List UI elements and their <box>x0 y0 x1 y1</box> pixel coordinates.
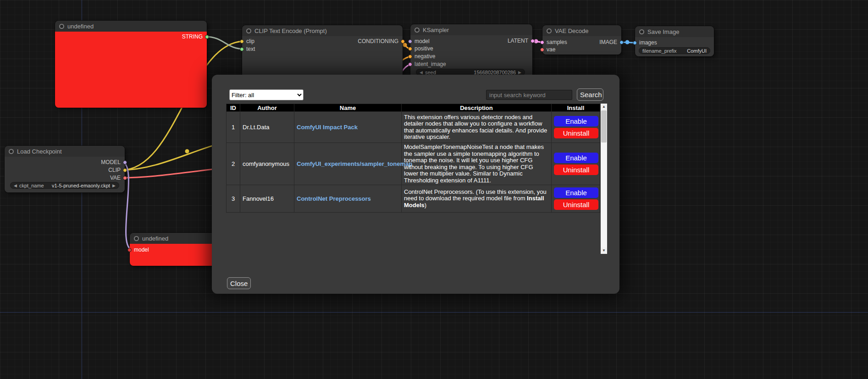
scrollbar-thumb[interactable] <box>601 110 607 143</box>
node-ksampler[interactable]: KSampler model positive negative latent_… <box>410 24 532 79</box>
node-title: KSampler <box>423 27 449 33</box>
node-undefined-top[interactable]: undefined STRING <box>55 21 207 108</box>
wire-string-to-text-input <box>205 37 244 49</box>
vae-input-slot[interactable] <box>540 48 544 52</box>
row-description: ModelSamplerTonemapNoiseTest a node that… <box>402 143 552 185</box>
node-collapse-dot[interactable] <box>547 28 552 33</box>
uninstall-button[interactable]: Uninstall <box>554 199 598 210</box>
ckpt-increment-arrow[interactable]: ▶ <box>112 183 116 188</box>
uninstall-button[interactable]: Uninstall <box>554 128 598 138</box>
samples-input-slot[interactable] <box>540 40 544 44</box>
table-row: 1 Dr.Lt.Data ComfyUI Impact Pack This ex… <box>227 112 600 143</box>
search-button[interactable]: Search <box>577 88 603 101</box>
ckpt-name-widget[interactable]: ◀ ckpt_name v1-5-pruned-emaonly.ckpt ▶ <box>10 182 119 189</box>
latent-output-slot[interactable] <box>531 39 535 43</box>
col-header-name: Name <box>294 104 402 112</box>
row-id: 2 <box>227 143 240 185</box>
extension-link[interactable]: ComfyUI_experiments/sampler_tonemap <box>297 160 412 167</box>
seed-increment-arrow[interactable]: ▶ <box>518 70 521 75</box>
extension-link[interactable]: ComfyUI Impact Pack <box>297 124 358 131</box>
node-title: CLIP Text Encode (Prompt) <box>254 27 327 34</box>
text-input-slot[interactable] <box>240 47 244 51</box>
table-row: 3 Fannovel16 ControlNet Preprocessors Co… <box>227 185 600 213</box>
filter-select[interactable]: Filter: all <box>229 89 304 100</box>
model-output-slot[interactable] <box>123 160 127 165</box>
positive-input-slot[interactable] <box>408 47 412 51</box>
vae-output-slot[interactable] <box>123 176 127 180</box>
seed-decrement-arrow[interactable]: ◀ <box>420 70 423 75</box>
extensions-table: ID Author Name Description Install 1 Dr.… <box>226 104 600 213</box>
clip-output-slot[interactable] <box>123 168 127 172</box>
row-description: This extension offers various detector n… <box>402 112 552 143</box>
extensions-table-container: ID Author Name Description Install 1 Dr.… <box>226 104 607 254</box>
row-author: Dr.Lt.Data <box>240 112 294 143</box>
node-title: Save Image <box>647 28 679 35</box>
col-header-description: Description <box>402 104 552 112</box>
node-title: Load Checkpoint <box>17 148 62 155</box>
node-collapse-dot[interactable] <box>9 149 14 154</box>
col-header-author: Author <box>240 104 294 112</box>
scroll-up-arrow[interactable]: ▲ <box>601 104 607 110</box>
wire-midpoint-dot <box>185 149 189 154</box>
table-scrollbar[interactable]: ▲ ▼ <box>601 104 607 254</box>
node-title: undefined <box>67 23 94 30</box>
node-collapse-dot[interactable] <box>639 29 644 34</box>
node-clip-text-encode[interactable]: CLIP Text Encode (Prompt) clip text COND… <box>242 25 403 80</box>
wire-midpoint-dot <box>403 43 407 47</box>
node-graph-canvas[interactable]: undefined STRING CLIP Text Encode (Promp… <box>0 0 868 379</box>
row-id: 3 <box>227 185 240 213</box>
model-input-slot[interactable] <box>127 248 132 252</box>
ckpt-decrement-arrow[interactable]: ◀ <box>14 183 17 188</box>
row-author: comfyanonymous <box>240 143 294 185</box>
enable-button[interactable]: Enable <box>554 187 598 198</box>
conditioning-output-slot[interactable] <box>401 39 405 44</box>
node-collapse-dot[interactable] <box>246 28 251 33</box>
col-header-id: ID <box>227 104 240 112</box>
table-row: 2 comfyanonymous ComfyUI_experiments/sam… <box>227 143 600 185</box>
clip-input-slot[interactable] <box>240 39 244 44</box>
row-author: Fannovel16 <box>240 185 294 213</box>
node-save-image[interactable]: Save Image images filename_prefix ComfyU… <box>635 26 714 56</box>
string-output-slot[interactable] <box>205 35 209 39</box>
node-collapse-dot[interactable] <box>59 24 64 29</box>
image-output-slot[interactable] <box>619 40 624 44</box>
uninstall-button[interactable]: Uninstall <box>554 165 598 175</box>
col-header-install: Install <box>552 104 600 112</box>
latent-image-input-slot[interactable] <box>408 62 412 66</box>
close-button[interactable]: Close <box>227 277 251 289</box>
node-title: undefined <box>142 235 168 242</box>
enable-button[interactable]: Enable <box>554 116 598 126</box>
node-load-checkpoint[interactable]: Load Checkpoint MODEL CLIP VAE ◀ ckpt_na… <box>5 146 125 192</box>
custom-nodes-dialog: Filter: all Search ID Author Name Descri… <box>212 75 619 294</box>
model-input-slot[interactable] <box>408 39 412 44</box>
enable-button[interactable]: Enable <box>554 153 598 163</box>
node-collapse-dot[interactable] <box>134 236 139 241</box>
scroll-down-arrow[interactable]: ▼ <box>601 247 607 254</box>
extension-link[interactable]: ControlNet Preprocessors <box>297 195 371 202</box>
row-description: ControlNet Preprocessors. (To use this e… <box>402 185 552 213</box>
search-input[interactable] <box>486 90 572 100</box>
canvas-axis-horizontal <box>0 312 868 313</box>
node-vae-decode[interactable]: VAE Decode samples vae IMAGE <box>542 25 621 55</box>
row-id: 1 <box>227 112 240 143</box>
node-title: VAE Decode <box>555 27 588 34</box>
filename-prefix-widget[interactable]: filename_prefix ComfyUI <box>639 47 710 54</box>
wire-midpoint-dot <box>625 40 630 44</box>
negative-input-slot[interactable] <box>408 55 412 59</box>
images-input-slot[interactable] <box>633 41 637 45</box>
node-collapse-dot[interactable] <box>415 27 420 33</box>
